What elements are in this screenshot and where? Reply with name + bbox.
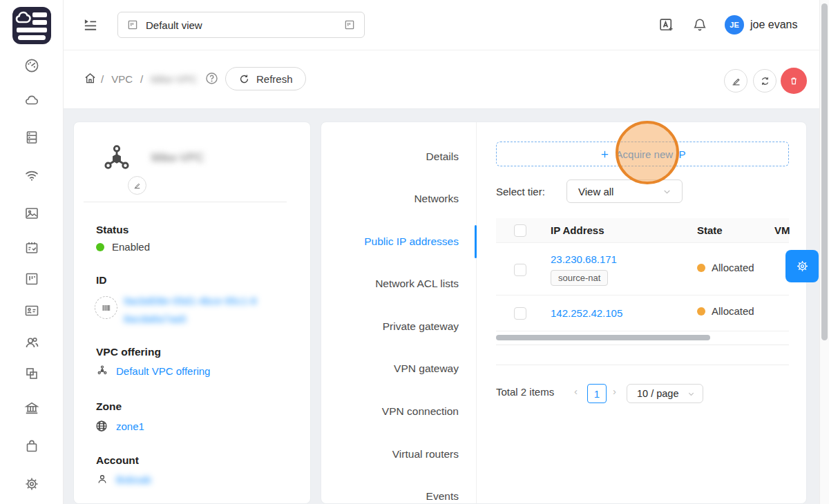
pagination-page-1[interactable]: 1 (587, 384, 607, 403)
vpc-icon (99, 142, 135, 177)
column-vm: VM (774, 224, 790, 236)
trash-icon (788, 75, 800, 87)
state-value: Allocated (712, 262, 754, 273)
vertical-scrollbar-track (819, 0, 829, 504)
divider (84, 202, 287, 202)
tab-public-ip-addresses[interactable]: Public IP addresses (364, 233, 459, 250)
vpc-offering-icon (96, 365, 108, 377)
acquire-new-ip-button[interactable]: Acquire new IP (496, 142, 789, 166)
sync-icon (759, 75, 771, 87)
sidebar-item-configuration[interactable] (23, 476, 40, 492)
state-cell: Allocated (697, 305, 754, 317)
sidebar-item-domains[interactable] (23, 365, 40, 382)
notification-bell-icon[interactable] (692, 17, 708, 33)
user-name[interactable]: joe evans (750, 19, 798, 31)
id-label: ID (96, 274, 107, 287)
pagination-next-icon[interactable]: › (613, 385, 616, 397)
row-checkbox[interactable] (514, 307, 526, 320)
zone-link[interactable]: zone1 (116, 420, 144, 432)
breadcrumb-separator: / (101, 73, 104, 85)
avatar[interactable]: JE (725, 15, 744, 35)
row-divider (496, 295, 789, 295)
sidebar-item-storage[interactable] (23, 129, 40, 146)
sidebar-item-infrastructure[interactable] (23, 400, 40, 416)
sidebar-item-network[interactable] (23, 167, 40, 184)
help-icon[interactable] (204, 71, 219, 86)
section-divider (496, 365, 789, 365)
cloudstack-logo-icon (12, 7, 51, 44)
breadcrumb-item-vpc[interactable]: VPC (111, 73, 133, 85)
plus-icon (600, 149, 610, 159)
row-checkbox[interactable] (514, 264, 526, 276)
sidebar-item-roles[interactable] (23, 302, 40, 319)
select-tier-label: Select tier: (496, 186, 545, 197)
gear-icon (23, 476, 40, 492)
select-all-checkbox[interactable] (514, 224, 526, 237)
tier-select[interactable]: View all (566, 180, 683, 203)
user-icon (96, 473, 108, 485)
delete-button[interactable] (781, 68, 807, 94)
ip-link[interactable]: 142.252.42.105 (551, 307, 622, 319)
sidebar-item-accounts[interactable] (23, 334, 40, 351)
detail-tabs: Details Networks Public IP addresses Net… (321, 122, 477, 504)
horizontal-scrollbar[interactable] (496, 335, 710, 340)
acquire-new-ip-label: Acquire new IP (616, 148, 686, 160)
table-row: 23.230.68.171 (551, 253, 617, 265)
sidebar-item-dashboard[interactable] (23, 57, 40, 74)
copy-id-button[interactable] (95, 296, 117, 319)
account-link[interactable]: Bobsab (116, 474, 151, 485)
tab-private-gateway[interactable]: Private gateway (383, 318, 459, 335)
source-nat-tag: source-nat (551, 270, 608, 286)
restart-button[interactable] (753, 69, 776, 93)
tab-vpn-gateway[interactable]: VPN gateway (394, 360, 459, 377)
status-label: Status (96, 224, 128, 236)
edit-pencil-icon (133, 181, 142, 190)
tab-events[interactable]: Events (426, 488, 459, 504)
sidebar-item-projects[interactable] (23, 271, 40, 287)
bank-icon (23, 400, 40, 416)
ip-link[interactable]: 23.230.68.171 (551, 253, 617, 265)
edit-name-button[interactable] (128, 176, 146, 195)
page-size-select[interactable]: 10 / page (627, 384, 703, 403)
pagination-prev-icon[interactable]: ‹ (574, 385, 578, 397)
table-header (496, 218, 789, 243)
breadcrumb-current: Mike-VPC (151, 73, 198, 85)
tab-details[interactable]: Details (426, 148, 459, 165)
barcode-icon (101, 302, 112, 313)
cloudstack-logo[interactable] (12, 7, 51, 44)
vpc-detail-card: Details Networks Public IP addresses Net… (321, 122, 807, 504)
offering-row: Default VPC offering (96, 365, 210, 377)
sidebar-item-offerings[interactable] (23, 438, 40, 454)
translation-icon[interactable] (658, 17, 675, 34)
edit-pencil-icon (730, 75, 742, 87)
breadcrumb-separator: / (140, 73, 143, 85)
edit-button[interactable] (724, 69, 747, 93)
sidebar-item-events[interactable] (23, 240, 40, 256)
vpc-info-card: Mike-VPC Status Enabled ID 9acbd08e-05d1… (73, 122, 311, 504)
id-card-icon (23, 302, 40, 319)
gear-icon (795, 259, 810, 273)
team-icon (23, 334, 40, 351)
page-size-value: 10 / page (637, 388, 678, 399)
cloud-icon (23, 92, 40, 108)
sidebar-item-compute[interactable] (23, 92, 40, 108)
state-dot-allocated (697, 264, 705, 272)
offering-link[interactable]: Default VPC offering (116, 365, 210, 377)
sidebar (0, 0, 64, 504)
view-selector[interactable]: Default view (117, 12, 365, 38)
app-window: Default view JE joe evans (0, 0, 829, 504)
tab-vpn-connection[interactable]: VPN connection (382, 403, 459, 420)
menu-unfold-icon[interactable] (82, 16, 99, 34)
active-tab-indicator (475, 225, 477, 258)
tab-networks[interactable]: Networks (414, 191, 459, 207)
tab-virtual-routers[interactable]: Virtual routers (392, 446, 459, 463)
refresh-button[interactable]: Refresh (225, 67, 306, 90)
state-cell: Allocated (697, 262, 754, 273)
sidebar-item-images[interactable] (23, 205, 40, 222)
column-ip-address: IP Address (551, 224, 604, 236)
top-header: Default view JE joe evans (64, 0, 829, 50)
tab-network-acl-lists[interactable]: Network ACL lists (375, 275, 459, 292)
table-settings-button[interactable] (785, 250, 819, 282)
home-icon[interactable] (83, 71, 97, 86)
vertical-scrollbar-thumb[interactable] (821, 3, 828, 340)
